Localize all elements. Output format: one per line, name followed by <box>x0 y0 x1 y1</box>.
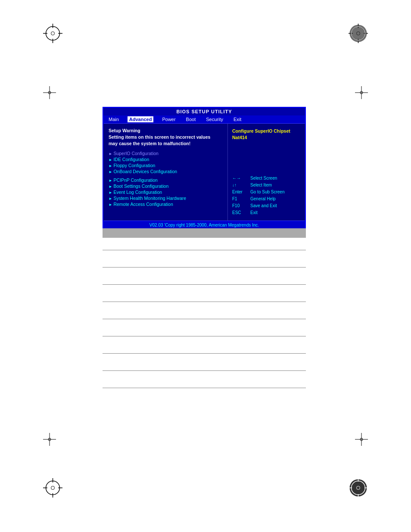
separator-line-1 <box>103 250 306 250</box>
crosshair-left-top <box>43 86 56 99</box>
key-row-esc: ESC Exit <box>232 209 301 216</box>
menu-advanced[interactable]: Advanced <box>128 116 154 122</box>
key-arrows-ud: ↓↑ <box>232 182 249 189</box>
separator-line-5 <box>103 319 306 319</box>
menu-item-superio[interactable]: SuperIO Configuration <box>109 151 222 156</box>
key-f10: F10 <box>232 202 249 209</box>
key-row-save-exit: F10 Save and Exit <box>232 202 301 209</box>
menu-item-pci[interactable]: PCIPnP Configuration <box>109 177 222 183</box>
separator-line-3 <box>103 284 306 285</box>
menu-item-floppy[interactable]: Floppy Configuration <box>109 163 222 168</box>
menu-item-remote-access[interactable]: Remote Access Configuration <box>109 202 222 207</box>
key-row-select-item: ↓↑ Select Item <box>232 182 301 189</box>
menu-item-onboard[interactable]: OnBoard Devices Configuration <box>109 169 222 174</box>
bios-title: BIOS SETUP UTILITY <box>103 108 305 115</box>
svg-point-12 <box>350 25 367 42</box>
reg-mark-bottom-left <box>43 478 62 498</box>
help-title: Configure SuperIO Chipset Nat414 <box>232 128 301 140</box>
setup-warning-title: Setup Warning <box>109 128 222 133</box>
key-row-general-help: F1 General Help <box>232 196 301 202</box>
crosshair-right-top <box>355 86 368 99</box>
key-f1: F1 <box>232 196 249 202</box>
reg-mark-top-left <box>43 24 62 43</box>
bios-left-panel: Setup Warning Setting items on this scre… <box>103 124 227 221</box>
menu-item-boot-settings[interactable]: Boot Settings Configuration <box>109 184 222 189</box>
bios-setup-utility: BIOS SETUP UTILITY Main Advanced Power B… <box>103 107 306 230</box>
reg-mark-bottom-right <box>349 478 368 498</box>
key-esc: ESC <box>232 209 249 216</box>
crosshair-left-bottom <box>43 433 56 446</box>
crosshair-right-bottom <box>355 433 368 446</box>
menu-boot[interactable]: Boot <box>184 116 198 122</box>
menu-security[interactable]: Security <box>204 116 225 122</box>
key-row-select-screen: ←→ Select Screen <box>232 175 301 182</box>
setup-warning-text: Setting items on this screen to incorrec… <box>109 134 222 146</box>
menu-item-system-health[interactable]: System Health Monitoring Hardware <box>109 196 222 201</box>
key-row-subscreen: Enter Go to Sub Screen <box>232 189 301 196</box>
separator-line-6 <box>103 336 306 336</box>
menu-power[interactable]: Power <box>160 116 177 122</box>
key-help-section: ←→ Select Screen ↓↑ Select Item Enter Go… <box>232 175 301 216</box>
menu-main[interactable]: Main <box>107 116 121 122</box>
menu-group-2: PCIPnP Configuration Boot Settings Confi… <box>109 177 222 207</box>
bios-right-panel: Configure SuperIO Chipset Nat414 ←→ Sele… <box>227 124 305 221</box>
bios-menubar: Main Advanced Power Boot Security Exit <box>103 115 305 124</box>
key-enter: Enter <box>232 189 249 196</box>
separator-line-7 <box>103 353 306 354</box>
svg-point-20 <box>350 479 367 497</box>
reg-mark-top-right <box>349 24 368 43</box>
svg-point-15 <box>51 486 55 490</box>
svg-point-0 <box>46 27 60 40</box>
svg-point-1 <box>51 32 55 35</box>
menu-item-ide[interactable]: IDE Configuration <box>109 157 222 162</box>
separator-line-9 <box>103 388 306 388</box>
menu-item-event-log[interactable]: Event Log Configuration <box>109 190 222 195</box>
gray-bar <box>103 228 306 238</box>
bios-content-area: Setup Warning Setting items on this scre… <box>103 124 305 221</box>
separator-line-8 <box>103 370 306 371</box>
separator-line-2 <box>103 267 306 268</box>
key-arrows-lr: ←→ <box>232 175 249 182</box>
separator-line-4 <box>103 302 306 302</box>
menu-exit[interactable]: Exit <box>232 116 243 122</box>
svg-point-14 <box>46 481 60 495</box>
menu-group-1: SuperIO Configuration IDE Configuration … <box>109 151 222 174</box>
